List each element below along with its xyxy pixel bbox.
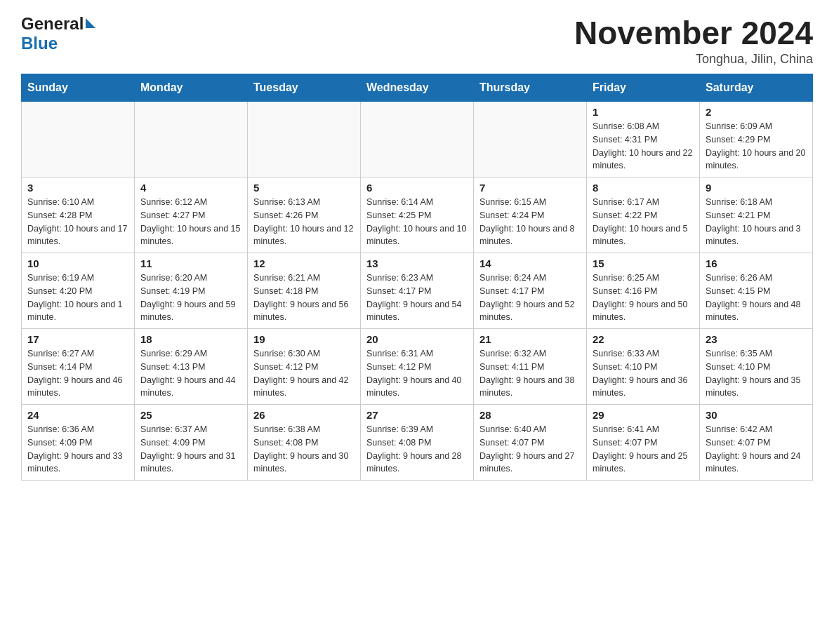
day-number: 27 xyxy=(366,409,468,421)
calendar-cell: 1Sunrise: 6:08 AMSunset: 4:31 PMDaylight… xyxy=(587,102,700,177)
calendar-cell: 28Sunrise: 6:40 AMSunset: 4:07 PMDayligh… xyxy=(474,405,587,481)
calendar-cell xyxy=(248,102,361,177)
day-number: 15 xyxy=(593,257,694,269)
weekday-header-tuesday: Tuesday xyxy=(248,74,361,102)
day-number: 20 xyxy=(366,333,468,345)
day-number: 8 xyxy=(593,182,694,194)
day-info: Sunrise: 6:39 AMSunset: 4:08 PMDaylight:… xyxy=(366,423,468,476)
calendar-cell xyxy=(22,102,135,177)
day-info: Sunrise: 6:26 AMSunset: 4:15 PMDaylight:… xyxy=(706,271,807,324)
calendar-cell: 2Sunrise: 6:09 AMSunset: 4:29 PMDaylight… xyxy=(700,102,813,177)
calendar-cell: 15Sunrise: 6:25 AMSunset: 4:16 PMDayligh… xyxy=(587,253,700,329)
calendar-cell: 24Sunrise: 6:36 AMSunset: 4:09 PMDayligh… xyxy=(22,405,135,481)
calendar-cell: 30Sunrise: 6:42 AMSunset: 4:07 PMDayligh… xyxy=(700,405,813,481)
calendar-cell: 26Sunrise: 6:38 AMSunset: 4:08 PMDayligh… xyxy=(248,405,361,481)
calendar-cell: 14Sunrise: 6:24 AMSunset: 4:17 PMDayligh… xyxy=(474,253,587,329)
calendar-cell xyxy=(474,102,587,177)
day-number: 16 xyxy=(706,257,807,269)
day-info: Sunrise: 6:24 AMSunset: 4:17 PMDaylight:… xyxy=(479,271,581,324)
day-info: Sunrise: 6:35 AMSunset: 4:10 PMDaylight:… xyxy=(706,347,807,400)
calendar-week-5: 24Sunrise: 6:36 AMSunset: 4:09 PMDayligh… xyxy=(22,405,813,481)
day-number: 19 xyxy=(253,333,355,345)
calendar-cell xyxy=(361,102,474,177)
calendar-week-2: 3Sunrise: 6:10 AMSunset: 4:28 PMDaylight… xyxy=(22,177,813,253)
calendar-cell: 7Sunrise: 6:15 AMSunset: 4:24 PMDaylight… xyxy=(474,177,587,253)
calendar-cell: 9Sunrise: 6:18 AMSunset: 4:21 PMDaylight… xyxy=(700,177,813,253)
day-info: Sunrise: 6:40 AMSunset: 4:07 PMDaylight:… xyxy=(479,423,581,476)
day-number: 23 xyxy=(706,333,807,345)
day-info: Sunrise: 6:10 AMSunset: 4:28 PMDaylight:… xyxy=(27,196,128,248)
weekday-header-friday: Friday xyxy=(587,74,700,102)
location: Tonghua, Jilin, China xyxy=(574,52,813,67)
weekday-header-monday: Monday xyxy=(135,74,248,102)
day-info: Sunrise: 6:41 AMSunset: 4:07 PMDaylight:… xyxy=(593,423,694,476)
calendar-cell: 20Sunrise: 6:31 AMSunset: 4:12 PMDayligh… xyxy=(361,329,474,405)
calendar-cell: 23Sunrise: 6:35 AMSunset: 4:10 PMDayligh… xyxy=(700,329,813,405)
day-info: Sunrise: 6:12 AMSunset: 4:27 PMDaylight:… xyxy=(140,196,241,248)
day-info: Sunrise: 6:19 AMSunset: 4:20 PMDaylight:… xyxy=(27,271,128,324)
calendar-cell: 11Sunrise: 6:20 AMSunset: 4:19 PMDayligh… xyxy=(135,253,248,329)
day-info: Sunrise: 6:21 AMSunset: 4:18 PMDaylight:… xyxy=(253,271,355,324)
logo-general: General xyxy=(21,14,84,34)
weekday-header-thursday: Thursday xyxy=(474,74,587,102)
calendar-week-3: 10Sunrise: 6:19 AMSunset: 4:20 PMDayligh… xyxy=(22,253,813,329)
day-info: Sunrise: 6:33 AMSunset: 4:10 PMDaylight:… xyxy=(593,347,694,400)
day-number: 11 xyxy=(140,257,241,269)
logo: General Blue xyxy=(21,14,95,53)
day-number: 26 xyxy=(253,409,355,421)
calendar-cell: 16Sunrise: 6:26 AMSunset: 4:15 PMDayligh… xyxy=(700,253,813,329)
weekday-header-row: SundayMondayTuesdayWednesdayThursdayFrid… xyxy=(22,74,813,102)
calendar-cell: 10Sunrise: 6:19 AMSunset: 4:20 PMDayligh… xyxy=(22,253,135,329)
day-number: 13 xyxy=(366,257,468,269)
day-info: Sunrise: 6:08 AMSunset: 4:31 PMDaylight:… xyxy=(593,120,694,173)
day-info: Sunrise: 6:36 AMSunset: 4:09 PMDaylight:… xyxy=(27,423,128,476)
day-number: 2 xyxy=(706,106,807,118)
day-number: 5 xyxy=(253,182,355,194)
calendar-cell: 17Sunrise: 6:27 AMSunset: 4:14 PMDayligh… xyxy=(22,329,135,405)
page-header: General Blue November 2024 Tonghua, Jili… xyxy=(21,14,813,67)
day-number: 28 xyxy=(479,409,581,421)
logo-blue: Blue xyxy=(21,34,58,53)
calendar-cell: 6Sunrise: 6:14 AMSunset: 4:25 PMDaylight… xyxy=(361,177,474,253)
calendar-cell: 4Sunrise: 6:12 AMSunset: 4:27 PMDaylight… xyxy=(135,177,248,253)
day-info: Sunrise: 6:14 AMSunset: 4:25 PMDaylight:… xyxy=(366,196,468,248)
day-number: 17 xyxy=(27,333,128,345)
logo-triangle-icon xyxy=(86,18,95,28)
day-info: Sunrise: 6:18 AMSunset: 4:21 PMDaylight:… xyxy=(706,196,807,248)
weekday-header-sunday: Sunday xyxy=(22,74,135,102)
calendar-cell xyxy=(135,102,248,177)
day-info: Sunrise: 6:13 AMSunset: 4:26 PMDaylight:… xyxy=(253,196,355,248)
day-info: Sunrise: 6:29 AMSunset: 4:13 PMDaylight:… xyxy=(140,347,241,400)
calendar-cell: 5Sunrise: 6:13 AMSunset: 4:26 PMDaylight… xyxy=(248,177,361,253)
day-info: Sunrise: 6:32 AMSunset: 4:11 PMDaylight:… xyxy=(479,347,581,400)
calendar-table: SundayMondayTuesdayWednesdayThursdayFrid… xyxy=(21,74,813,481)
day-info: Sunrise: 6:37 AMSunset: 4:09 PMDaylight:… xyxy=(140,423,241,476)
day-number: 6 xyxy=(366,182,468,194)
day-info: Sunrise: 6:38 AMSunset: 4:08 PMDaylight:… xyxy=(253,423,355,476)
day-number: 12 xyxy=(253,257,355,269)
weekday-header-saturday: Saturday xyxy=(700,74,813,102)
title-section: November 2024 Tonghua, Jilin, China xyxy=(574,14,813,67)
calendar-cell: 12Sunrise: 6:21 AMSunset: 4:18 PMDayligh… xyxy=(248,253,361,329)
day-number: 21 xyxy=(479,333,581,345)
day-number: 4 xyxy=(140,182,241,194)
day-info: Sunrise: 6:27 AMSunset: 4:14 PMDaylight:… xyxy=(27,347,128,400)
day-number: 25 xyxy=(140,409,241,421)
day-info: Sunrise: 6:42 AMSunset: 4:07 PMDaylight:… xyxy=(706,423,807,476)
day-number: 29 xyxy=(593,409,694,421)
calendar-cell: 29Sunrise: 6:41 AMSunset: 4:07 PMDayligh… xyxy=(587,405,700,481)
calendar-cell: 21Sunrise: 6:32 AMSunset: 4:11 PMDayligh… xyxy=(474,329,587,405)
day-info: Sunrise: 6:31 AMSunset: 4:12 PMDaylight:… xyxy=(366,347,468,400)
calendar-cell: 27Sunrise: 6:39 AMSunset: 4:08 PMDayligh… xyxy=(361,405,474,481)
day-info: Sunrise: 6:09 AMSunset: 4:29 PMDaylight:… xyxy=(706,120,807,173)
day-number: 30 xyxy=(706,409,807,421)
day-number: 22 xyxy=(593,333,694,345)
day-number: 14 xyxy=(479,257,581,269)
day-number: 9 xyxy=(706,182,807,194)
day-info: Sunrise: 6:17 AMSunset: 4:22 PMDaylight:… xyxy=(593,196,694,248)
day-number: 24 xyxy=(27,409,128,421)
day-info: Sunrise: 6:25 AMSunset: 4:16 PMDaylight:… xyxy=(593,271,694,324)
day-info: Sunrise: 6:23 AMSunset: 4:17 PMDaylight:… xyxy=(366,271,468,324)
calendar-week-4: 17Sunrise: 6:27 AMSunset: 4:14 PMDayligh… xyxy=(22,329,813,405)
calendar-cell: 19Sunrise: 6:30 AMSunset: 4:12 PMDayligh… xyxy=(248,329,361,405)
